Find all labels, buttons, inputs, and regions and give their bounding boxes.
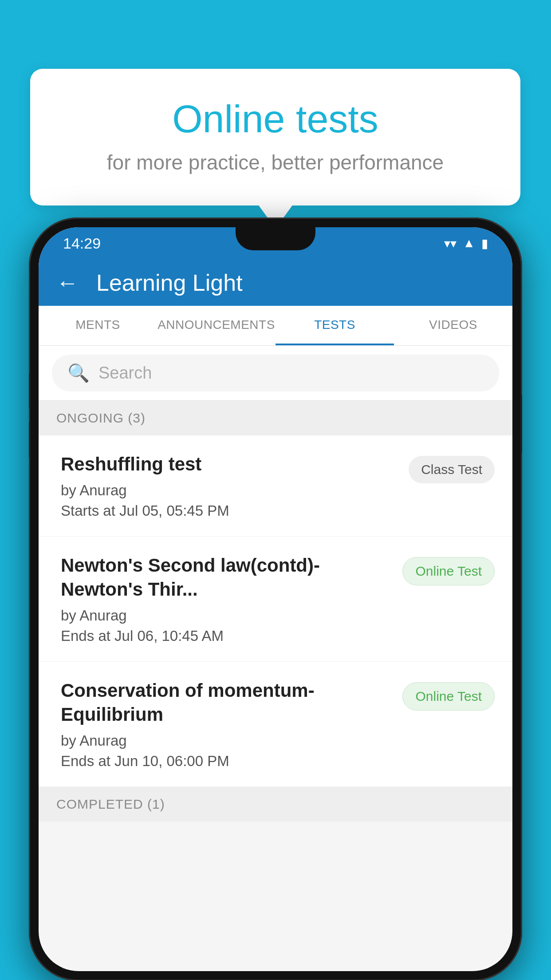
test-item-1[interactable]: Reshuffling test by Anurag Starts at Jul… xyxy=(39,435,512,537)
test-title-1: Reshuffling test xyxy=(61,452,395,477)
volume-up-button[interactable] xyxy=(29,373,31,408)
phone-container: 14:29 ▾▾ ▲ ▮ ← Learning Light MENTS ANNO… xyxy=(29,217,522,980)
test-info-2: Newton's Second law(contd)-Newton's Thir… xyxy=(61,553,389,644)
badge-online-test-2: Online Test xyxy=(402,557,495,585)
search-icon: 🔍 xyxy=(67,363,90,383)
speech-bubble-container: Online tests for more practice, better p… xyxy=(30,69,520,205)
tab-ments[interactable]: MENTS xyxy=(39,306,157,345)
speech-bubble: Online tests for more practice, better p… xyxy=(30,69,520,205)
test-info-3: Conservation of momentum-Equilibrium by … xyxy=(61,679,389,770)
status-time: 14:29 xyxy=(63,235,101,252)
bubble-subtitle: for more practice, better performance xyxy=(66,150,485,174)
tab-videos[interactable]: VIDEOS xyxy=(394,306,512,345)
tabs-container: MENTS ANNOUNCEMENTS TESTS VIDEOS xyxy=(39,306,512,346)
test-item-2[interactable]: Newton's Second law(contd)-Newton's Thir… xyxy=(39,537,512,662)
bubble-title: Online tests xyxy=(66,98,485,141)
app-header: ← Learning Light xyxy=(39,259,512,306)
search-bar: 🔍 Search xyxy=(39,346,512,401)
test-date-3: Ends at Jun 10, 06:00 PM xyxy=(61,753,389,770)
signal-icon: ▲ xyxy=(463,236,475,250)
power-button[interactable] xyxy=(520,395,522,453)
test-title-2: Newton's Second law(contd)-Newton's Thir… xyxy=(61,553,389,602)
battery-icon: ▮ xyxy=(481,236,488,251)
test-list: Reshuffling test by Anurag Starts at Jul… xyxy=(39,435,512,787)
volume-down-button[interactable] xyxy=(29,422,31,457)
status-icons: ▾▾ ▲ ▮ xyxy=(444,236,488,251)
tab-announcements[interactable]: ANNOUNCEMENTS xyxy=(157,306,276,345)
tab-tests[interactable]: TESTS xyxy=(276,306,394,345)
notch xyxy=(236,227,315,250)
ongoing-section-label: ONGOING (3) xyxy=(39,401,512,435)
test-info-1: Reshuffling test by Anurag Starts at Jul… xyxy=(61,452,395,519)
search-placeholder: Search xyxy=(98,364,152,383)
badge-class-test-1: Class Test xyxy=(409,456,495,483)
back-button[interactable]: ← xyxy=(56,272,79,294)
app-title: Learning Light xyxy=(96,269,243,296)
completed-section-label: COMPLETED (1) xyxy=(39,787,512,822)
test-author-2: by Anurag xyxy=(61,607,389,624)
test-item-3[interactable]: Conservation of momentum-Equilibrium by … xyxy=(39,662,512,787)
test-date-1: Starts at Jul 05, 05:45 PM xyxy=(61,502,395,519)
test-date-2: Ends at Jul 06, 10:45 AM xyxy=(61,628,389,644)
phone-frame: 14:29 ▾▾ ▲ ▮ ← Learning Light MENTS ANNO… xyxy=(29,217,522,980)
test-author-1: by Anurag xyxy=(61,482,395,499)
phone-screen: 14:29 ▾▾ ▲ ▮ ← Learning Light MENTS ANNO… xyxy=(39,227,512,971)
search-input-wrapper[interactable]: 🔍 Search xyxy=(52,355,499,391)
badge-online-test-3: Online Test xyxy=(402,682,495,711)
test-title-3: Conservation of momentum-Equilibrium xyxy=(61,679,389,727)
test-author-3: by Anurag xyxy=(61,732,389,749)
wifi-icon: ▾▾ xyxy=(444,236,457,251)
